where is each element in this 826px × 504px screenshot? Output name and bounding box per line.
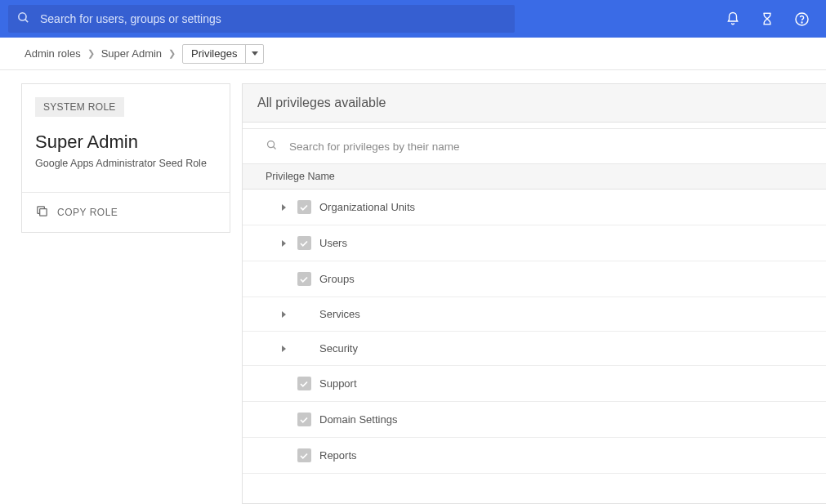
caret-right-icon xyxy=(282,311,286,318)
privilege-label: Security xyxy=(319,342,358,355)
copy-role-label: COPY ROLE xyxy=(57,207,118,218)
panel-title: All privileges available xyxy=(243,84,826,123)
role-subtitle: Google Apps Administrator Seed Role xyxy=(35,158,217,169)
expand-toggle[interactable] xyxy=(275,346,292,352)
role-title: Super Admin xyxy=(35,132,217,153)
expand-toggle[interactable] xyxy=(275,240,292,247)
checkbox-checked-icon xyxy=(297,236,311,250)
breadcrumb-current-label: Privileges xyxy=(183,45,245,63)
global-search-input[interactable] xyxy=(40,12,507,25)
role-card: SYSTEM ROLE Super Admin Google Apps Admi… xyxy=(21,83,230,233)
privilege-checkbox[interactable] xyxy=(292,413,316,426)
privilege-label: Groups xyxy=(319,273,355,285)
privilege-search-input[interactable] xyxy=(289,140,803,153)
privilege-checkbox[interactable] xyxy=(292,200,316,214)
privilege-row[interactable]: Services xyxy=(243,297,826,332)
checkbox-checked-icon xyxy=(297,413,311,426)
expand-toggle[interactable] xyxy=(275,204,292,211)
breadcrumb-item[interactable]: Admin roles xyxy=(25,47,81,60)
role-type-badge: SYSTEM ROLE xyxy=(35,97,124,117)
content-area: SYSTEM ROLE Super Admin Google Apps Admi… xyxy=(0,70,826,504)
privilege-label: Support xyxy=(319,377,357,390)
help-icon[interactable] xyxy=(794,11,810,27)
privilege-checkbox[interactable] xyxy=(292,448,316,462)
checkbox-checked-icon xyxy=(297,448,311,462)
privilege-checkbox[interactable] xyxy=(292,236,316,250)
checkbox-checked-icon xyxy=(297,200,311,214)
caret-down-icon xyxy=(252,51,258,56)
privilege-row[interactable]: Security xyxy=(243,332,826,366)
privilege-label: Reports xyxy=(319,449,357,462)
chevron-right-icon: ❯ xyxy=(168,48,176,59)
svg-point-5 xyxy=(268,141,275,148)
breadcrumb: Admin roles ❯ Super Admin ❯ Privileges xyxy=(0,38,826,70)
topbar-icons xyxy=(726,11,818,27)
global-search[interactable] xyxy=(8,5,515,33)
privilege-row[interactable]: Support xyxy=(243,366,826,402)
privilege-checkbox[interactable] xyxy=(292,377,316,390)
chevron-right-icon: ❯ xyxy=(87,48,95,59)
expand-toggle[interactable] xyxy=(275,311,292,318)
top-bar xyxy=(0,0,826,38)
caret-right-icon xyxy=(282,204,286,211)
privilege-row[interactable]: Groups xyxy=(243,261,826,297)
search-icon xyxy=(266,139,278,154)
checkbox-checked-icon xyxy=(297,272,311,286)
breadcrumb-item[interactable]: Super Admin xyxy=(101,47,162,60)
hourglass-icon[interactable] xyxy=(760,11,775,26)
privilege-checkbox[interactable] xyxy=(292,272,316,286)
caret-right-icon xyxy=(282,346,286,352)
privilege-row[interactable]: Users xyxy=(243,225,826,261)
breadcrumb-dropdown[interactable] xyxy=(245,45,263,63)
checkbox-checked-icon xyxy=(297,377,311,390)
svg-line-1 xyxy=(25,20,28,22)
svg-point-3 xyxy=(801,21,802,22)
copy-role-button[interactable]: COPY ROLE xyxy=(22,193,230,232)
privilege-search xyxy=(243,129,826,164)
search-icon xyxy=(16,11,30,27)
copy-icon xyxy=(35,204,49,221)
notifications-icon[interactable] xyxy=(726,11,740,26)
svg-rect-4 xyxy=(40,209,47,216)
breadcrumb-current: Privileges xyxy=(182,44,264,64)
privilege-list: Organizational UnitsUsersGroupsServicesS… xyxy=(243,190,826,503)
privilege-row[interactable]: Reports xyxy=(243,438,826,474)
privileges-panel: All privileges available Privilege Name … xyxy=(242,83,826,504)
svg-point-0 xyxy=(19,13,26,20)
privilege-label: Users xyxy=(319,237,347,249)
privilege-row[interactable]: Organizational Units xyxy=(243,190,826,225)
svg-line-6 xyxy=(274,147,276,149)
caret-right-icon xyxy=(282,240,286,247)
privilege-label: Organizational Units xyxy=(319,201,415,213)
privilege-label: Services xyxy=(319,308,360,320)
privilege-label: Domain Settings xyxy=(319,413,397,426)
column-header: Privilege Name xyxy=(243,164,826,190)
privilege-row[interactable]: Domain Settings xyxy=(243,402,826,438)
